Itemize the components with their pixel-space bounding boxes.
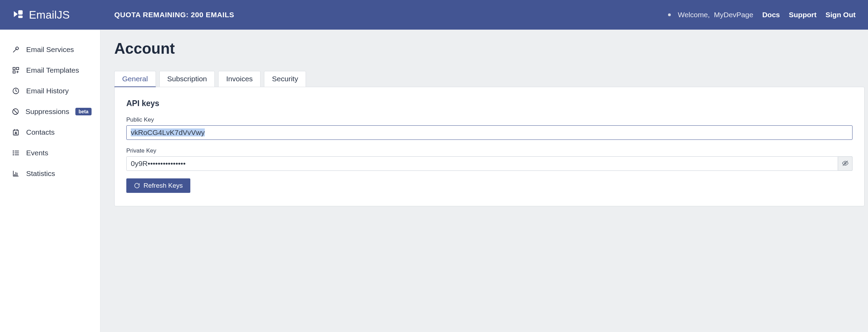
sidebar-item-events[interactable]: Events bbox=[0, 143, 100, 163]
svg-rect-0 bbox=[18, 10, 23, 15]
reveal-private-key-button[interactable] bbox=[838, 156, 853, 171]
svg-point-17 bbox=[13, 153, 14, 153]
sidebar: Email Services Email Templates Email His… bbox=[0, 30, 100, 332]
topbar-right: Welcome, MyDevPage Docs Support Sign Out bbox=[668, 11, 856, 19]
templates-icon bbox=[12, 66, 20, 74]
svg-point-12 bbox=[15, 132, 17, 133]
public-key-value: vkRoCG4LvK7dVvVwy bbox=[131, 128, 205, 136]
tab-security[interactable]: Security bbox=[264, 71, 306, 87]
plug-icon bbox=[12, 45, 20, 54]
top-bar: EmailJS QUOTA REMAINING: 200 EMAILS Welc… bbox=[0, 0, 868, 30]
tab-subscription[interactable]: Subscription bbox=[159, 71, 215, 87]
docs-link[interactable]: Docs bbox=[762, 11, 780, 19]
svg-rect-11 bbox=[13, 130, 19, 135]
sidebar-item-suppressions[interactable]: Suppressions beta bbox=[0, 101, 100, 122]
sidebar-item-label: Email History bbox=[26, 87, 88, 95]
sidebar-item-email-services[interactable]: Email Services bbox=[0, 39, 100, 60]
brand[interactable]: EmailJS bbox=[0, 8, 100, 21]
private-key-label: Private Key bbox=[126, 147, 853, 154]
tab-invoices[interactable]: Invoices bbox=[218, 71, 261, 87]
refresh-keys-button[interactable]: Refresh Keys bbox=[126, 178, 190, 193]
list-icon bbox=[12, 149, 20, 157]
ban-icon bbox=[12, 107, 19, 116]
eye-off-icon bbox=[842, 160, 849, 168]
sidebar-item-label: Statistics bbox=[26, 169, 88, 178]
api-keys-title: API keys bbox=[126, 99, 853, 108]
svg-point-18 bbox=[13, 155, 14, 155]
refresh-keys-label: Refresh Keys bbox=[144, 182, 183, 189]
sidebar-item-email-history[interactable]: Email History bbox=[0, 81, 100, 101]
tabs: General Subscription Invoices Security bbox=[114, 67, 868, 83]
public-key-input[interactable]: vkRoCG4LvK7dVvVwy bbox=[126, 125, 853, 140]
welcome-text: Welcome, MyDevPage bbox=[678, 11, 753, 19]
refresh-icon bbox=[134, 183, 140, 189]
tab-general[interactable]: General bbox=[114, 71, 156, 87]
page-title: Account bbox=[114, 40, 868, 57]
signout-link[interactable]: Sign Out bbox=[826, 11, 856, 19]
private-key-input[interactable]: 0y9R••••••••••••••• bbox=[126, 156, 838, 171]
sidebar-item-label: Events bbox=[26, 149, 88, 157]
sidebar-item-email-templates[interactable]: Email Templates bbox=[0, 60, 100, 81]
sidebar-item-label: Email Templates bbox=[26, 66, 88, 74]
sidebar-item-statistics[interactable]: Statistics bbox=[0, 163, 100, 184]
public-key-label: Public Key bbox=[126, 116, 853, 123]
sidebar-item-label: Suppressions bbox=[25, 107, 69, 116]
svg-rect-5 bbox=[13, 71, 15, 73]
svg-rect-3 bbox=[13, 68, 15, 70]
history-icon bbox=[12, 87, 20, 95]
support-link[interactable]: Support bbox=[789, 11, 816, 19]
username: MyDevPage bbox=[714, 11, 753, 19]
chart-icon bbox=[12, 169, 20, 178]
contacts-icon bbox=[12, 128, 20, 136]
sidebar-item-contacts[interactable]: Contacts bbox=[0, 122, 100, 143]
svg-line-10 bbox=[14, 110, 18, 114]
quota-remaining: QUOTA REMAINING: 200 EMAILS bbox=[114, 11, 234, 19]
svg-rect-4 bbox=[17, 68, 19, 70]
svg-point-16 bbox=[13, 151, 14, 152]
welcome-prefix: Welcome, bbox=[678, 11, 710, 19]
sidebar-item-label: Contacts bbox=[26, 128, 88, 136]
private-key-value: 0y9R••••••••••••••• bbox=[131, 159, 186, 167]
brand-name: EmailJS bbox=[29, 9, 70, 21]
api-keys-panel: API keys Public Key vkRoCG4LvK7dVvVwy Pr… bbox=[114, 87, 865, 206]
emailjs-logo-icon bbox=[12, 8, 24, 21]
main-content: Account General Subscription Invoices Se… bbox=[100, 30, 868, 332]
beta-badge: beta bbox=[75, 108, 92, 115]
notification-dot-icon bbox=[668, 13, 671, 16]
sidebar-item-label: Email Services bbox=[26, 45, 88, 54]
svg-rect-1 bbox=[18, 15, 23, 18]
